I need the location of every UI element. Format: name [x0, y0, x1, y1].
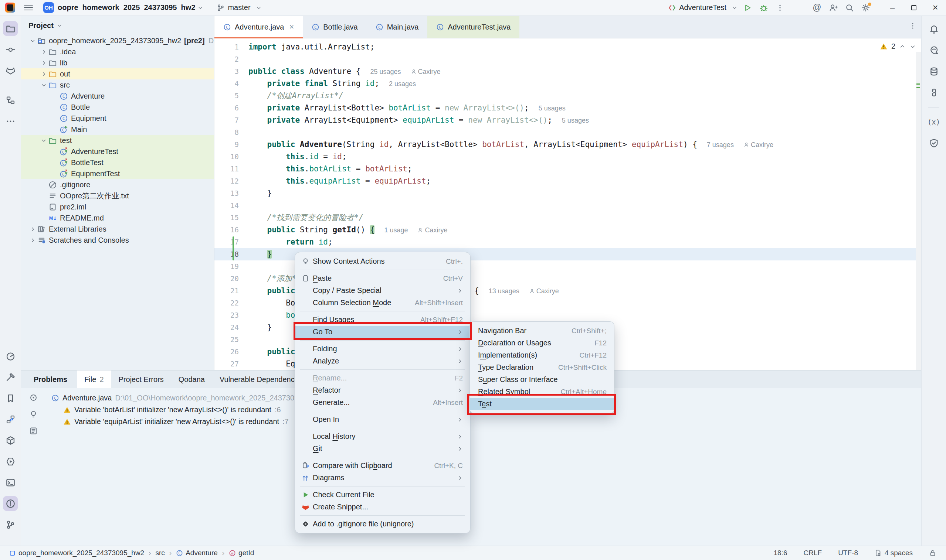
chevron-right-icon[interactable] — [39, 70, 48, 78]
ai-assistant-at-button[interactable]: @ — [811, 2, 823, 14]
more-tool-button[interactable] — [3, 114, 18, 129]
tree-item-bottletest[interactable]: CBottleTest — [21, 157, 214, 168]
menu-item-related-symbol[interactable]: Related SymbolCtrl+Alt+Home — [470, 386, 614, 398]
tree-item-adventure[interactable]: CAdventure — [21, 91, 214, 102]
code-line-10[interactable]: 10 this.id = id; — [215, 151, 921, 163]
caret-position[interactable]: 18:6 — [774, 549, 787, 557]
filter-target-icon[interactable] — [29, 394, 38, 402]
run-configuration[interactable]: AdventureTest — [668, 3, 738, 12]
code-line-5[interactable]: 5 /*创建ArrayList*/ — [215, 90, 921, 102]
code-line-6[interactable]: 6 private ArrayList<Bottle> botArList = … — [215, 102, 921, 114]
tree-item-adventuretest[interactable]: CAdventureTest — [21, 146, 214, 157]
code-line-7[interactable]: 7 private ArrayList<Equipment> equipArLi… — [215, 114, 921, 126]
author-hint[interactable]: Caxirye — [744, 141, 773, 149]
more-run-actions-button[interactable] — [774, 2, 786, 14]
menu-item-compare-with-clipboard[interactable]: Compare with ClipboardCtrl+K, C — [295, 460, 470, 472]
chevron-up-icon[interactable] — [899, 43, 906, 50]
code-line-12[interactable]: 12 this.equipArList = equipArList; — [215, 175, 921, 187]
menu-item-local-history[interactable]: Local History — [295, 430, 470, 443]
menu-item-folding[interactable]: Folding — [295, 343, 470, 355]
git-branch-tool-button[interactable] — [3, 517, 18, 532]
menu-item-copy-paste-special[interactable]: Copy / Paste Special — [295, 285, 470, 297]
menu-item-paste[interactable]: PasteCtrl+V — [295, 272, 470, 285]
profiler-tool-button[interactable] — [3, 349, 18, 363]
chevron-right-icon[interactable] — [39, 59, 48, 66]
usage-hint[interactable]: 25 usages — [370, 68, 401, 75]
code-line-1[interactable]: 1import java.util.ArrayList; — [215, 41, 921, 53]
gitlab-tool-button[interactable] — [3, 63, 18, 78]
menu-item-test[interactable]: Test — [470, 398, 614, 410]
close-tab-icon[interactable]: × — [289, 22, 294, 32]
code-line-13[interactable]: 13 } — [215, 187, 921, 200]
tree-item-out[interactable]: out — [21, 68, 214, 79]
code-line-9[interactable]: 9 public Adventure(String id, ArrayList<… — [215, 138, 921, 151]
bulb-icon[interactable] — [29, 410, 38, 418]
usage-hint[interactable]: 1 usage — [384, 226, 408, 234]
breadcrumb-oopre-homework-2025-24373095-hw2[interactable]: oopre_homework_2025_24373095_hw2 — [9, 549, 144, 557]
main-menu-button[interactable] — [24, 5, 33, 11]
menu-item-create-snippet[interactable]: Create Snippet... — [295, 501, 470, 513]
problems-tool-button[interactable] — [3, 496, 18, 511]
python-packages-tool-button[interactable] — [3, 433, 18, 448]
usage-hint[interactable]: 5 usages — [562, 117, 589, 124]
breadcrumb-src[interactable]: src — [156, 549, 165, 557]
tree-item-readme-md[interactable]: MREADME.md — [21, 212, 214, 223]
tree-item-bottle[interactable]: CBottle — [21, 102, 214, 113]
editor-tab-main-java[interactable]: CMain.java — [367, 16, 428, 38]
problems-tab-project-errors[interactable]: Project Errors — [111, 371, 171, 388]
python-console-tool-button[interactable] — [926, 85, 941, 100]
menu-item-super-class-or-interface[interactable]: Super Class or Interface — [470, 374, 614, 386]
tree-item-lib[interactable]: lib — [21, 57, 214, 68]
tree-item-pre2-iml[interactable]: pre2.iml — [21, 201, 214, 212]
structure-tool-button[interactable] — [3, 93, 18, 108]
readonly-toggle[interactable] — [929, 549, 937, 557]
chevron-down-icon[interactable] — [198, 5, 203, 11]
qodana-shield-tool-button[interactable] — [926, 135, 941, 150]
chevron-down-icon[interactable] — [39, 137, 48, 144]
pull-requests-tool-button[interactable] — [3, 412, 18, 427]
chevron-down-icon[interactable] — [909, 43, 916, 50]
author-hint[interactable]: Caxirye — [417, 226, 447, 234]
chevron-down-icon[interactable] — [57, 23, 62, 28]
editor-tab-adventure-java[interactable]: CAdventure.java× — [215, 16, 303, 38]
menu-item-check-current-file[interactable]: Check Current File — [295, 489, 470, 501]
problems-tab-file[interactable]: File2 — [77, 371, 111, 388]
menu-item-add-to-gitignore-file-unignore[interactable]: Add to .gitignore file (unignore) — [295, 518, 470, 530]
menu-item-implementation-s[interactable]: Implementation(s)Ctrl+F12 — [470, 349, 614, 361]
notifications-tool-button[interactable] — [926, 22, 941, 37]
inspections-widget[interactable]: 2 — [880, 42, 916, 51]
menu-item-show-context-actions[interactable]: Show Context ActionsCtrl+. — [295, 255, 470, 268]
author-hint[interactable]: Caxirye — [411, 68, 441, 75]
terminal-tool-button[interactable] — [3, 475, 18, 490]
database-tool-button[interactable] — [926, 64, 941, 79]
minimize-button[interactable]: – — [882, 0, 903, 15]
menu-item-refactor[interactable]: Refactor — [295, 384, 470, 396]
chevron-down-icon[interactable] — [39, 81, 48, 89]
ai-assistant-tool-button[interactable] — [926, 43, 941, 58]
tree-item--idea[interactable]: .idea — [21, 46, 214, 57]
indent-setting[interactable]: 4 spaces — [874, 549, 913, 557]
usage-hint[interactable]: 13 usages — [489, 288, 519, 295]
code-line-8[interactable]: 8 — [215, 126, 921, 138]
search-button[interactable] — [843, 2, 856, 14]
breadcrumb-adventure[interactable]: CAdventure — [176, 549, 218, 557]
tree-item-main[interactable]: CMain — [21, 124, 214, 135]
code-line-15[interactable]: 15 /*找到需要变化的冒险者*/ — [215, 212, 921, 224]
project-name[interactable]: oopre_homework_2025_24373095_hw2 — [58, 3, 195, 12]
variables-tool-button[interactable]: (x) — [926, 114, 941, 129]
menu-item-rename[interactable]: Rename...F2 — [295, 372, 470, 384]
tree-item-oopre-homework-2025-24373095-hw2[interactable]: oopre_homework_2025_24373095_hw2[pre2]D:… — [21, 35, 214, 46]
problems-tab-qodana[interactable]: Qodana — [171, 371, 212, 388]
build-tool-button[interactable] — [3, 370, 18, 385]
code-line-3[interactable]: 3public class Adventure {25 usagesCaxiry… — [215, 65, 921, 78]
code-line-16[interactable]: 16 public String getId() {1 usageCaxirye — [215, 224, 921, 236]
menu-item-declaration-or-usages[interactable]: Declaration or UsagesF12 — [470, 337, 614, 349]
maximize-button[interactable] — [903, 0, 924, 15]
menu-item-go-to[interactable]: Go To — [295, 326, 470, 338]
code-line-17[interactable]: 17 return id; — [215, 236, 921, 248]
breadcrumb-getid[interactable]: mgetId — [229, 549, 254, 557]
code-line-14[interactable]: 14 — [215, 200, 921, 212]
tree-item--gitignore[interactable]: .gitignore — [21, 179, 214, 190]
menu-item-column-selection-mode[interactable]: Column Selection ModeAlt+Shift+Insert — [295, 297, 470, 309]
git-branch-widget[interactable]: master — [217, 3, 261, 12]
